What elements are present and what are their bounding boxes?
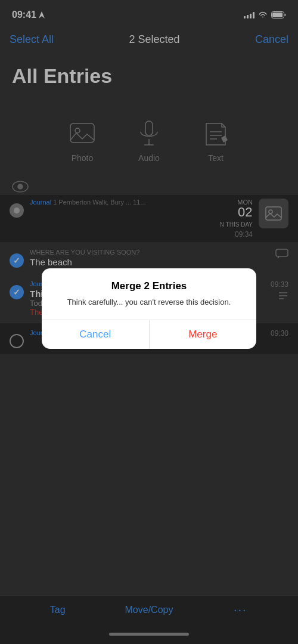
- dialog-cancel-button[interactable]: Cancel: [42, 320, 150, 349]
- dialog-buttons: Cancel Merge: [42, 320, 256, 349]
- dialog-content: Merge 2 Entries Think carefully... you c…: [42, 268, 256, 320]
- dialog-title: Merge 2 Entries: [56, 280, 242, 292]
- dialog-merge-button[interactable]: Merge: [150, 320, 257, 349]
- dialog-overlay: Merge 2 Entries Think carefully... you c…: [0, 0, 298, 644]
- dialog-message: Think carefully... you can't reverse thi…: [56, 297, 242, 308]
- dialog: Merge 2 Entries Think carefully... you c…: [42, 268, 256, 349]
